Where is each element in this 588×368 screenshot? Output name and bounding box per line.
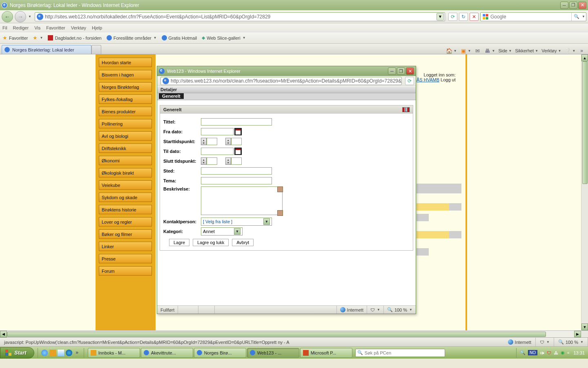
sidebar-lover[interactable]: Lover og regler — [99, 217, 152, 227]
popup-zoom[interactable]: 🔍 100 % ▼ — [383, 306, 416, 314]
cmd-home[interactable]: 🏠▼ — [446, 47, 457, 54]
popup-titlebar[interactable]: Web123 - Windows Internet Explorer ─ ❐ ✕ — [157, 66, 416, 76]
status-protected-icon[interactable]: 🛡▼ — [536, 338, 554, 346]
sidebar-avl[interactable]: Avl og biologi — [99, 131, 152, 141]
search-bar[interactable]: 🔍 ▼ — [480, 12, 586, 21]
start-hour-spinner[interactable] — [201, 138, 207, 145]
cmd-feeds[interactable]: ▣▼ — [460, 47, 471, 54]
sidebar-drift[interactable]: Driftsteknikk — [99, 144, 152, 153]
slutt-hour-input[interactable] — [207, 157, 217, 165]
maximize-button[interactable]: ❐ — [569, 2, 577, 9]
fav-dagbladet[interactable]: Dagbladet.no - forsiden — [48, 35, 101, 40]
stop-button[interactable]: ✕ — [470, 13, 479, 21]
ql-media-icon[interactable] — [66, 350, 72, 356]
hscroll-right[interactable]: ▶ — [574, 331, 581, 337]
input-til-dato[interactable] — [201, 148, 234, 155]
cmd-help[interactable]: ❔▼ — [564, 47, 575, 54]
tray-shield-icon[interactable]: 🛡 — [547, 350, 551, 355]
cmd-sikkerhet[interactable]: Sikkerhet▼ — [515, 48, 538, 53]
cmd-verktoy[interactable]: Verktøy▼ — [541, 48, 561, 53]
scroll-down-button[interactable]: ▼ — [581, 323, 588, 330]
start-min-spinner[interactable] — [225, 138, 231, 145]
tray-network-icon[interactable]: 🖧 — [554, 350, 558, 355]
compat-view-icon[interactable]: ⟳ — [448, 13, 457, 21]
textarea-handle-bottom[interactable] — [277, 210, 283, 216]
forward-button[interactable]: → — [15, 11, 26, 22]
slutt-hour-spinner[interactable] — [201, 157, 207, 165]
menu-favoritter[interactable]: Favoritter — [46, 25, 65, 30]
tray-search-icon[interactable]: 🔍 — [520, 350, 526, 355]
popup-url-input[interactable] — [171, 78, 401, 84]
new-tab-button[interactable] — [91, 45, 101, 54]
scroll-up-button[interactable]: ▲ — [581, 54, 588, 61]
taskbar-search[interactable]: 🔍 — [355, 349, 445, 357]
start-min-input[interactable] — [231, 138, 242, 145]
sidebar-bienes[interactable]: Bienes produkter — [99, 107, 152, 116]
refresh-button[interactable]: ↻ — [459, 13, 468, 21]
slutt-min-input[interactable] — [231, 157, 242, 165]
lagre-lukk-button[interactable]: Lagre og lukk — [193, 239, 229, 246]
popup-maximize-button[interactable]: ❐ — [397, 67, 405, 75]
hscroll-left[interactable]: ◀ — [0, 331, 7, 337]
task-web123[interactable]: Web123 - ... — [247, 348, 299, 358]
menu-vis[interactable]: Vis — [34, 25, 40, 30]
textarea-handle-top[interactable] — [277, 186, 283, 192]
taskbar-search-input[interactable] — [365, 350, 443, 355]
tray-clock[interactable]: 13:31 — [573, 350, 585, 355]
hscroll-thumb[interactable] — [7, 332, 546, 337]
tray-lang[interactable]: NO — [528, 350, 537, 355]
start-button[interactable]: Start — [0, 347, 34, 359]
sidebar-forum[interactable]: Forum — [99, 266, 152, 276]
fav-hotmail[interactable]: Gratis Hotmail — [162, 35, 197, 40]
search-input[interactable] — [490, 14, 571, 20]
sidebar-bisverm[interactable]: Bisverm i hagen — [99, 70, 152, 79]
popup-protected-mode-icon[interactable]: 🛡▼ — [367, 306, 383, 314]
input-fra-dato[interactable] — [201, 128, 234, 135]
history-dropdown[interactable]: ▼ — [28, 15, 31, 18]
select-kategori[interactable]: Annet▼ — [201, 227, 243, 236]
url-input[interactable] — [45, 14, 437, 20]
sidebar-linker[interactable]: Linker — [99, 242, 152, 251]
scroll-thumb[interactable] — [582, 61, 588, 184]
task-innboks[interactable]: Innboks - M... — [88, 348, 140, 358]
sidebar-norges[interactable]: Norges Birøkterlag — [99, 82, 152, 92]
search-dropdown[interactable]: ▼ — [582, 15, 585, 18]
ql-ie-icon[interactable] — [41, 350, 48, 356]
calendar-fra-icon[interactable] — [234, 128, 242, 135]
logout-link[interactable]: Logg ut — [441, 77, 456, 82]
minimize-button[interactable]: ─ — [560, 2, 568, 9]
close-button[interactable]: ✕ — [578, 2, 586, 9]
sidebar-presse[interactable]: Presse — [99, 254, 152, 263]
menu-rediger[interactable]: Rediger — [13, 25, 29, 30]
sidebar-pollinering[interactable]: Pollinering — [99, 119, 152, 128]
popup-close-button[interactable]: ✕ — [406, 67, 414, 75]
login-user-link[interactable]: ÅS HVAMB — [416, 77, 439, 82]
menu-verktoy[interactable]: Verktøy — [71, 25, 86, 30]
popup-minimize-button[interactable]: ─ — [388, 67, 396, 75]
address-bar[interactable]: ▼ — [35, 12, 445, 21]
start-hour-input[interactable] — [207, 138, 217, 145]
fav-add-button[interactable]: ★▼ — [33, 35, 43, 41]
task-norges[interactable]: Norges Birø... — [194, 348, 246, 358]
sidebar-okonomi[interactable]: Økonomi — [99, 156, 152, 165]
select-kontaktperson[interactable]: [ Velg fra liste ]▼ — [201, 218, 272, 226]
favorites-button[interactable]: ★Favoritter — [2, 35, 28, 41]
generelt-tab[interactable]: Generelt — [159, 93, 184, 99]
popup-compat-icon[interactable]: ⟳ — [405, 77, 414, 85]
tray-expand-icon[interactable]: « — [567, 350, 570, 355]
sidebar-veiekube[interactable]: Veiekube — [99, 180, 152, 190]
horizontal-scrollbar[interactable]: ◀ ▶ — [0, 330, 588, 337]
task-powerpoint[interactable]: Microsoft P... — [300, 348, 352, 358]
content-scrollbar[interactable]: ▲ ▼ — [581, 54, 588, 330]
tray-av-icon[interactable]: ◉ — [561, 350, 565, 355]
cmd-print[interactable]: 🖶▼ — [484, 47, 495, 54]
sidebar-historie[interactable]: Birøktens historie — [99, 205, 152, 214]
input-beskrivelse[interactable] — [201, 186, 283, 215]
sidebar-sykdom[interactable]: Sykdom og skade — [99, 193, 152, 202]
cmd-side[interactable]: Side▼ — [498, 48, 512, 53]
tab-active[interactable]: Norges Birøkterlag: Lokal leder — [2, 45, 91, 54]
lagre-button[interactable]: Lagre — [169, 239, 189, 246]
back-button[interactable]: ← — [2, 11, 13, 22]
norway-flag-icon[interactable] — [402, 107, 410, 112]
input-tema[interactable] — [201, 177, 272, 184]
